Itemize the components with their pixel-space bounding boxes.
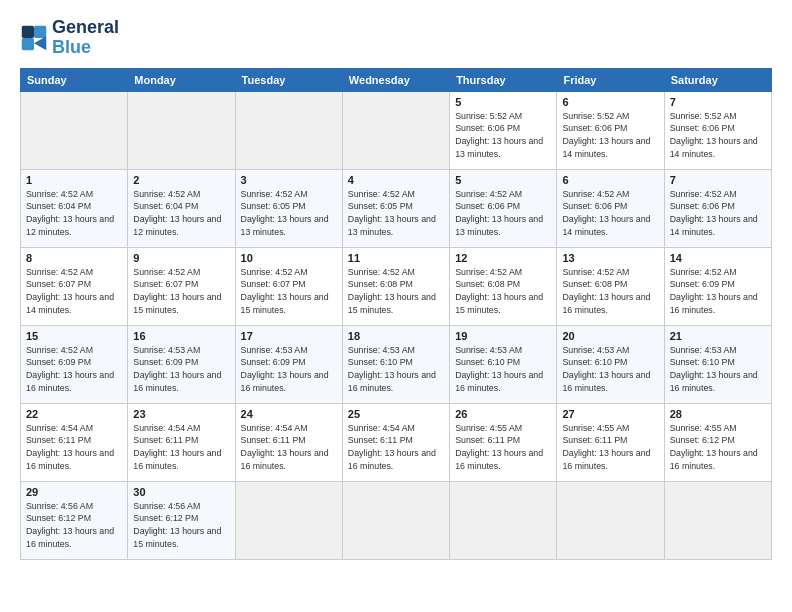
day-number: 8 <box>26 252 122 264</box>
day-number: 25 <box>348 408 444 420</box>
day-info: Sunrise: 5:52 AMSunset: 6:06 PMDaylight:… <box>562 110 658 161</box>
day-number: 5 <box>455 96 551 108</box>
day-info: Sunrise: 4:52 AMSunset: 6:08 PMDaylight:… <box>562 266 658 317</box>
calendar-cell <box>557 481 664 559</box>
svg-rect-2 <box>22 38 34 50</box>
day-number: 22 <box>26 408 122 420</box>
week-row-1: 5Sunrise: 5:52 AMSunset: 6:06 PMDaylight… <box>21 91 772 169</box>
logo-icon <box>20 24 48 52</box>
calendar-cell: 23Sunrise: 4:54 AMSunset: 6:11 PMDayligh… <box>128 403 235 481</box>
day-number: 6 <box>562 96 658 108</box>
page-header: GeneralBlue <box>20 18 772 58</box>
day-info: Sunrise: 4:56 AMSunset: 6:12 PMDaylight:… <box>133 500 229 551</box>
calendar-cell <box>235 481 342 559</box>
day-info: Sunrise: 4:54 AMSunset: 6:11 PMDaylight:… <box>26 422 122 473</box>
day-info: Sunrise: 4:52 AMSunset: 6:08 PMDaylight:… <box>348 266 444 317</box>
day-number: 7 <box>670 96 766 108</box>
weekday-header-monday: Monday <box>128 68 235 91</box>
calendar-cell: 15Sunrise: 4:52 AMSunset: 6:09 PMDayligh… <box>21 325 128 403</box>
day-number: 14 <box>670 252 766 264</box>
day-number: 21 <box>670 330 766 342</box>
calendar-page: GeneralBlue SundayMondayTuesdayWednesday… <box>0 0 792 612</box>
logo: GeneralBlue <box>20 18 119 58</box>
calendar-cell: 29Sunrise: 4:56 AMSunset: 6:12 PMDayligh… <box>21 481 128 559</box>
day-info: Sunrise: 4:54 AMSunset: 6:11 PMDaylight:… <box>348 422 444 473</box>
calendar-cell: 9Sunrise: 4:52 AMSunset: 6:07 PMDaylight… <box>128 247 235 325</box>
calendar-cell: 2Sunrise: 4:52 AMSunset: 6:04 PMDaylight… <box>128 169 235 247</box>
calendar-cell: 7Sunrise: 5:52 AMSunset: 6:06 PMDaylight… <box>664 91 771 169</box>
calendar-cell: 3Sunrise: 4:52 AMSunset: 6:05 PMDaylight… <box>235 169 342 247</box>
day-number: 28 <box>670 408 766 420</box>
day-number: 11 <box>348 252 444 264</box>
day-info: Sunrise: 4:53 AMSunset: 6:10 PMDaylight:… <box>670 344 766 395</box>
calendar-cell: 25Sunrise: 4:54 AMSunset: 6:11 PMDayligh… <box>342 403 449 481</box>
week-row-4: 15Sunrise: 4:52 AMSunset: 6:09 PMDayligh… <box>21 325 772 403</box>
calendar-cell: 30Sunrise: 4:56 AMSunset: 6:12 PMDayligh… <box>128 481 235 559</box>
day-info: Sunrise: 4:53 AMSunset: 6:09 PMDaylight:… <box>241 344 337 395</box>
calendar-cell <box>128 91 235 169</box>
day-info: Sunrise: 4:53 AMSunset: 6:10 PMDaylight:… <box>455 344 551 395</box>
day-number: 4 <box>348 174 444 186</box>
day-info: Sunrise: 4:55 AMSunset: 6:11 PMDaylight:… <box>562 422 658 473</box>
day-info: Sunrise: 4:52 AMSunset: 6:09 PMDaylight:… <box>26 344 122 395</box>
calendar-cell: 17Sunrise: 4:53 AMSunset: 6:09 PMDayligh… <box>235 325 342 403</box>
day-number: 5 <box>455 174 551 186</box>
week-row-2: 1Sunrise: 4:52 AMSunset: 6:04 PMDaylight… <box>21 169 772 247</box>
day-info: Sunrise: 5:52 AMSunset: 6:06 PMDaylight:… <box>455 110 551 161</box>
logo-text: GeneralBlue <box>52 18 119 58</box>
day-number: 7 <box>670 174 766 186</box>
day-number: 24 <box>241 408 337 420</box>
day-info: Sunrise: 4:54 AMSunset: 6:11 PMDaylight:… <box>133 422 229 473</box>
calendar-cell: 21Sunrise: 4:53 AMSunset: 6:10 PMDayligh… <box>664 325 771 403</box>
calendar-cell: 18Sunrise: 4:53 AMSunset: 6:10 PMDayligh… <box>342 325 449 403</box>
day-info: Sunrise: 4:56 AMSunset: 6:12 PMDaylight:… <box>26 500 122 551</box>
day-number: 3 <box>241 174 337 186</box>
calendar-cell: 4Sunrise: 4:52 AMSunset: 6:05 PMDaylight… <box>342 169 449 247</box>
day-info: Sunrise: 4:52 AMSunset: 6:05 PMDaylight:… <box>241 188 337 239</box>
day-info: Sunrise: 4:52 AMSunset: 6:07 PMDaylight:… <box>241 266 337 317</box>
calendar-cell: 8Sunrise: 4:52 AMSunset: 6:07 PMDaylight… <box>21 247 128 325</box>
calendar-cell: 7Sunrise: 4:52 AMSunset: 6:06 PMDaylight… <box>664 169 771 247</box>
week-row-3: 8Sunrise: 4:52 AMSunset: 6:07 PMDaylight… <box>21 247 772 325</box>
svg-rect-0 <box>22 26 34 38</box>
calendar-cell: 6Sunrise: 4:52 AMSunset: 6:06 PMDaylight… <box>557 169 664 247</box>
day-number: 17 <box>241 330 337 342</box>
svg-rect-1 <box>34 26 46 38</box>
calendar-cell: 24Sunrise: 4:54 AMSunset: 6:11 PMDayligh… <box>235 403 342 481</box>
calendar-cell <box>342 481 449 559</box>
week-row-6: 29Sunrise: 4:56 AMSunset: 6:12 PMDayligh… <box>21 481 772 559</box>
calendar-cell: 28Sunrise: 4:55 AMSunset: 6:12 PMDayligh… <box>664 403 771 481</box>
calendar-cell: 12Sunrise: 4:52 AMSunset: 6:08 PMDayligh… <box>450 247 557 325</box>
day-info: Sunrise: 4:52 AMSunset: 6:08 PMDaylight:… <box>455 266 551 317</box>
day-info: Sunrise: 4:52 AMSunset: 6:06 PMDaylight:… <box>670 188 766 239</box>
calendar-cell <box>21 91 128 169</box>
calendar-cell <box>342 91 449 169</box>
day-number: 20 <box>562 330 658 342</box>
svg-marker-3 <box>34 36 46 50</box>
calendar-cell: 5Sunrise: 5:52 AMSunset: 6:06 PMDaylight… <box>450 91 557 169</box>
weekday-header-friday: Friday <box>557 68 664 91</box>
day-number: 26 <box>455 408 551 420</box>
calendar-cell: 16Sunrise: 4:53 AMSunset: 6:09 PMDayligh… <box>128 325 235 403</box>
day-info: Sunrise: 4:53 AMSunset: 6:09 PMDaylight:… <box>133 344 229 395</box>
day-info: Sunrise: 4:55 AMSunset: 6:11 PMDaylight:… <box>455 422 551 473</box>
calendar-cell: 27Sunrise: 4:55 AMSunset: 6:11 PMDayligh… <box>557 403 664 481</box>
day-info: Sunrise: 4:52 AMSunset: 6:05 PMDaylight:… <box>348 188 444 239</box>
weekday-header-sunday: Sunday <box>21 68 128 91</box>
calendar-cell: 10Sunrise: 4:52 AMSunset: 6:07 PMDayligh… <box>235 247 342 325</box>
day-number: 15 <box>26 330 122 342</box>
calendar-cell <box>664 481 771 559</box>
day-number: 16 <box>133 330 229 342</box>
calendar-cell: 20Sunrise: 4:53 AMSunset: 6:10 PMDayligh… <box>557 325 664 403</box>
day-info: Sunrise: 4:53 AMSunset: 6:10 PMDaylight:… <box>562 344 658 395</box>
day-info: Sunrise: 4:53 AMSunset: 6:10 PMDaylight:… <box>348 344 444 395</box>
day-info: Sunrise: 5:52 AMSunset: 6:06 PMDaylight:… <box>670 110 766 161</box>
day-number: 23 <box>133 408 229 420</box>
calendar-cell: 5Sunrise: 4:52 AMSunset: 6:06 PMDaylight… <box>450 169 557 247</box>
calendar-cell: 1Sunrise: 4:52 AMSunset: 6:04 PMDaylight… <box>21 169 128 247</box>
day-number: 19 <box>455 330 551 342</box>
day-number: 13 <box>562 252 658 264</box>
calendar-cell <box>235 91 342 169</box>
day-number: 30 <box>133 486 229 498</box>
weekday-header-thursday: Thursday <box>450 68 557 91</box>
